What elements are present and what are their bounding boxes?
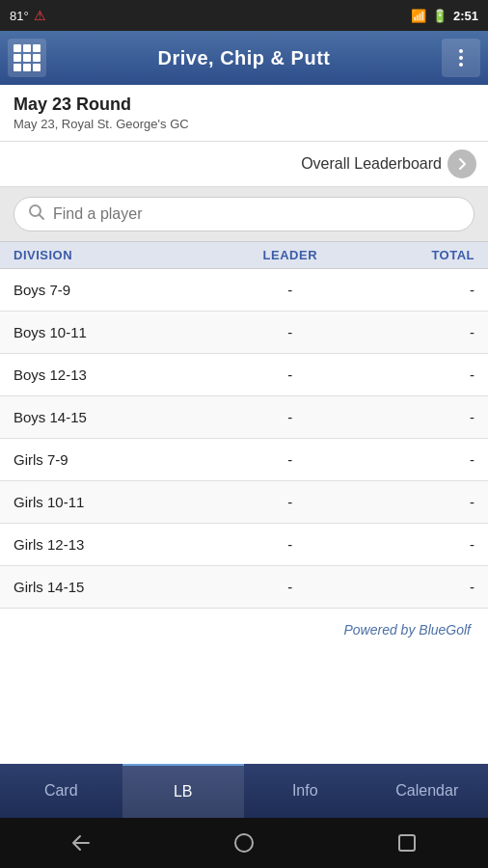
leaderboard-arrow-button[interactable] [447,149,476,178]
leader-cell: - [198,366,382,383]
grid-icon [14,44,41,71]
division-cell: Boys 14-15 [0,409,198,425]
leaderboard-table: DIVISION LEADER TOTAL Boys 7-9 - - Boys … [0,242,488,609]
round-title: May 23 Round [14,95,474,115]
battery-icon: 🔋 [432,9,447,23]
total-cell: - [382,451,488,468]
division-header: DIVISION [0,248,198,262]
round-info: May 23 Round May 23, Royal St. George's … [0,85,488,142]
table-row[interactable]: Boys 7-9 - - [0,269,488,312]
leader-cell: - [198,324,382,340]
total-cell: - [382,324,488,340]
leader-cell: - [198,494,382,510]
nav-lb[interactable]: LB [122,764,245,818]
total-cell: - [382,409,488,425]
system-nav-bar [0,818,488,868]
search-icon [28,203,45,225]
back-arrow-icon [69,831,93,854]
status-bar: 81° ⚠ 📶 🔋 2:51 [0,0,488,31]
total-header: TOTAL [382,248,488,262]
back-button[interactable] [62,828,100,857]
leader-cell: - [198,579,382,595]
table-header-row: DIVISION LEADER TOTAL [0,242,488,269]
recents-button[interactable] [388,828,426,857]
menu-button[interactable] [8,39,46,77]
bottom-navigation: Card LB Info Calendar [0,764,488,818]
leader-header: LEADER [198,248,382,262]
chevron-right-icon [454,156,470,172]
round-subtitle: May 23, Royal St. George's GC [14,117,474,131]
home-icon [232,831,256,854]
table-row[interactable]: Girls 7-9 - - [0,439,488,481]
vertical-dots-icon [459,49,463,67]
search-container [0,187,488,242]
division-cell: Girls 14-15 [0,579,198,595]
division-cell: Boys 10-11 [0,324,198,340]
wifi-icon: 📶 [411,9,426,23]
temperature-display: 81° [10,9,29,23]
table-row[interactable]: Boys 12-13 - - [0,354,488,396]
leader-cell: - [198,282,382,298]
table-rows: Boys 7-9 - - Boys 10-11 - - Boys 12-13 -… [0,269,488,609]
svg-rect-2 [235,834,253,852]
division-cell: Girls 7-9 [0,451,198,468]
leader-cell: - [198,536,382,553]
table-row[interactable]: Girls 10-11 - - [0,481,488,524]
total-cell: - [382,579,488,595]
total-cell: - [382,536,488,553]
division-cell: Boys 12-13 [0,366,198,383]
leaderboard-header: Overall Leaderboard [0,142,488,187]
recents-icon [395,831,419,854]
total-cell: - [382,282,488,298]
home-button[interactable] [225,828,263,857]
app-title: Drive, Chip & Putt [157,47,330,69]
status-bar-right: 📶 🔋 2:51 [411,9,478,23]
table-row[interactable]: Girls 14-15 - - [0,566,488,609]
svg-rect-3 [399,835,415,851]
title-bar: Drive, Chip & Putt [0,31,488,85]
leader-cell: - [198,409,382,425]
table-row[interactable]: Boys 14-15 - - [0,396,488,439]
division-cell: Girls 12-13 [0,536,198,553]
nav-info[interactable]: Info [244,764,366,818]
division-cell: Boys 7-9 [0,282,198,298]
search-input-wrapper [14,197,474,231]
division-cell: Girls 10-11 [0,494,198,510]
total-cell: - [382,494,488,510]
table-row[interactable]: Boys 10-11 - - [0,312,488,354]
leader-cell: - [198,451,382,468]
leaderboard-label: Overall Leaderboard [301,155,442,173]
table-row[interactable]: Girls 12-13 - - [0,524,488,566]
time-display: 2:51 [453,9,478,23]
warning-icon: ⚠ [34,8,46,23]
main-content: May 23 Round May 23, Royal St. George's … [0,85,488,764]
powered-by: Powered by BlueGolf [0,609,488,651]
status-bar-left: 81° ⚠ [10,8,46,23]
nav-calendar[interactable]: Calendar [366,764,489,818]
total-cell: - [382,366,488,383]
more-button[interactable] [442,39,480,77]
svg-line-1 [40,215,44,220]
nav-card[interactable]: Card [0,764,122,818]
search-input[interactable] [53,205,460,223]
